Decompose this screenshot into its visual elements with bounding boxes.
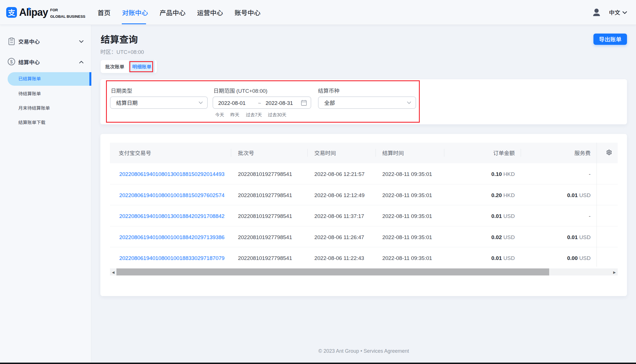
svg-text:$: $ bbox=[10, 59, 13, 64]
